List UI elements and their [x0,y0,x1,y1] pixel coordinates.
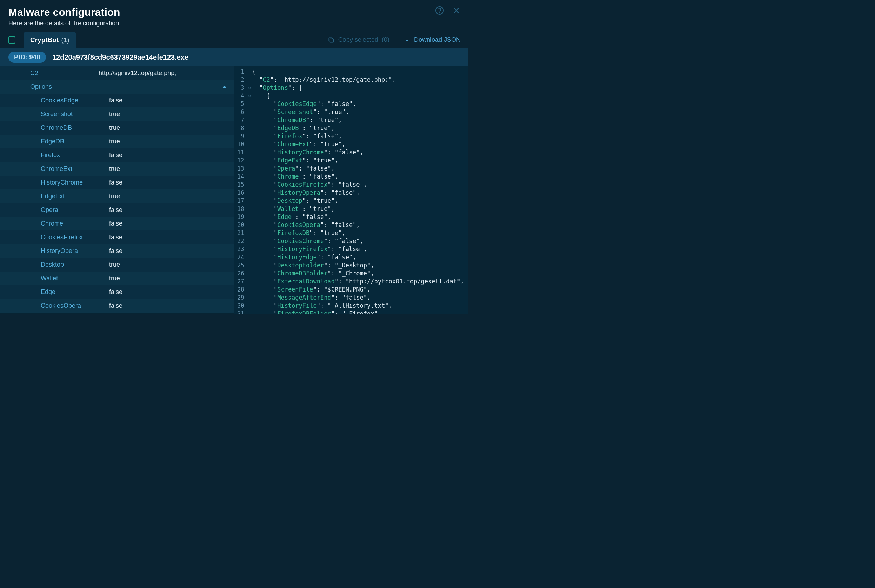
code-line: "CookiesOpera": "false", [252,221,464,229]
config-value: false [109,248,123,255]
help-icon[interactable] [435,6,445,15]
config-key: HistoryChrome [41,179,109,186]
config-key: Opera [41,206,109,214]
code-line: "HistoryChrome": "false", [252,148,464,156]
config-value: true [109,124,120,132]
code-line: "Desktop": "true", [252,197,464,205]
config-value: true [109,165,120,172]
download-icon [403,36,411,44]
code-line: "Screenshot": "true", [252,108,464,116]
fold-marker-icon[interactable]: ⊖ [249,84,251,92]
config-value: false [109,234,123,241]
config-row: ChromeDBtrue [0,121,234,135]
caret-up-icon [222,86,227,88]
copy-count: (0) [382,36,390,44]
config-key: Chrome [41,220,109,227]
config-key: Options [30,83,52,90]
copy-icon [328,36,335,44]
tab-cryptbot[interactable]: CryptBot (1) [24,32,76,48]
line-number: 6 [234,108,246,116]
copy-selected-button[interactable]: Copy selected (0) [328,36,390,44]
config-key: CookiesOpera [41,302,109,309]
code-line: "MessageAfterEnd": "false", [252,294,464,302]
config-key: Edge [41,288,109,296]
code-line: "HistoryEdge": "false", [252,253,464,261]
line-number: 12 [234,156,246,165]
section-row[interactable]: Options [0,80,234,94]
line-number-gutter: 12⊖3⊖45678910111213141516171819202122232… [234,66,249,314]
code-line: "Options": [ [252,84,464,92]
code-line: "Opera": "false", [252,165,464,172]
json-code: { "C2": "http://sginiv12.top/gate.php;",… [249,66,467,314]
json-code-panel[interactable]: 12⊖3⊖45678910111213141516171819202122232… [234,66,468,314]
line-number: 1 [234,68,246,76]
config-value: false [109,152,123,159]
config-row: Operafalse [0,203,234,217]
line-number: 29 [234,294,246,302]
download-label: Download JSON [414,36,461,44]
code-line: "EdgeExt": "true", [252,156,464,165]
code-line: "Wallet": "true", [252,205,464,213]
toolbar: CryptBot (1) Copy selected (0) Download … [0,32,467,48]
config-row: EdgeExttrue [0,189,234,203]
copy-label: Copy selected [338,36,378,44]
line-number: 23 [234,245,246,253]
code-line: "C2": "http://sginiv12.top/gate.php;", [252,76,464,84]
config-row: HistoryOperafalse [0,244,234,258]
code-line: "ChromeExt": "true", [252,140,464,148]
filename: 12d20a973f8cd9c6373929ae14efe123.exe [52,53,189,62]
config-row: CookiesOperafalse [0,299,234,313]
fold-marker-icon[interactable]: ⊖ [249,92,251,100]
code-line: "Edge": "false", [252,213,464,221]
code-line: "ScreenFile": "$CREEN.PNG", [252,286,464,294]
modal-title: Malware configuration [8,6,459,18]
config-key: C2 [30,69,99,77]
config-value: false [109,302,123,309]
malware-config-modal: Malware configuration Here are the detai… [0,0,467,314]
code-line: "FirefoxDB": "true", [252,229,464,237]
svg-point-1 [439,12,440,13]
config-value: true [109,275,120,282]
line-number: 5 [234,100,246,108]
line-number: 16 [234,189,246,197]
code-line: "CookiesChrome": "false", [252,237,464,245]
code-line: { [252,92,464,100]
config-row: Desktoptrue [0,258,234,272]
config-value: false [109,179,123,186]
line-number: 31 [234,310,246,314]
config-value: false [109,288,123,296]
line-number: 24 [234,253,246,261]
download-json-button[interactable]: Download JSON [403,36,461,44]
content: C2http://sginiv12.top/gate.php;OptionsCo… [0,66,467,314]
line-number: 21 [234,229,246,237]
pid-bar: PID: 940 12d20a973f8cd9c6373929ae14efe12… [0,48,467,66]
line-number: 27 [234,278,246,286]
config-value: false [109,97,123,104]
config-key: CookiesEdge [41,97,109,104]
select-all-checkbox[interactable] [8,36,15,44]
modal-subtitle: Here are the details of the configuratio… [8,20,459,27]
code-line: "Firefox": "false", [252,132,464,140]
config-value: false [109,206,123,214]
line-number: 7 [234,116,246,124]
config-row: EdgeDBtrue [0,135,234,148]
config-tree-panel[interactable]: C2http://sginiv12.top/gate.php;OptionsCo… [0,66,234,314]
line-number: 19 [234,213,246,221]
svg-rect-2 [330,39,334,42]
config-value: http://sginiv12.top/gate.php; [99,69,176,77]
line-number: 25 [234,261,246,270]
code-line: "ExternalDownload": "http://bytcox01.top… [252,278,464,286]
config-key: ChromeExt [41,165,109,172]
line-number: 18 [234,205,246,213]
line-number: 17 [234,197,246,205]
pid-badge: PID: 940 [8,52,46,63]
code-line: "HistoryOpera": "false", [252,189,464,197]
config-key: Firefox [41,152,109,159]
modal-header: Malware configuration Here are the detai… [0,0,467,32]
close-icon[interactable] [451,6,461,15]
line-number: 14 [234,172,246,181]
code-line: "CookiesFirefox": "false", [252,181,464,189]
config-key: Screenshot [41,111,109,118]
line-number: 30 [234,302,246,310]
line-number: 11 [234,148,246,156]
